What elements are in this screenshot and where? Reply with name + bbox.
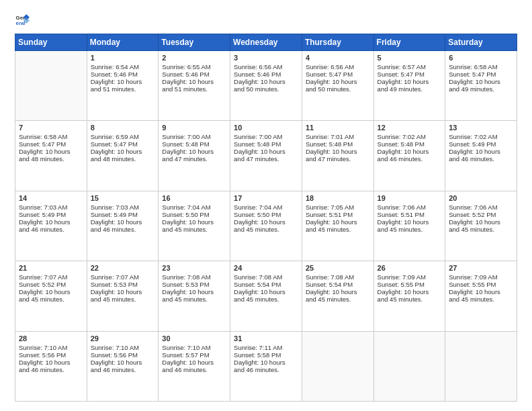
- day-info: Sunrise: 6:54 AM: [91, 63, 155, 71]
- day-info: Daylight: 10 hours: [162, 218, 226, 226]
- day-info: Daylight: 10 hours: [162, 359, 226, 366]
- day-info: Daylight: 10 hours: [234, 148, 298, 155]
- calendar-cell: 14Sunrise: 7:03 AMSunset: 5:49 PMDayligh…: [15, 191, 87, 261]
- day-info: Daylight: 10 hours: [234, 288, 298, 295]
- day-info: and 46 minutes.: [91, 366, 155, 373]
- calendar-week-row: 14Sunrise: 7:03 AMSunset: 5:49 PMDayligh…: [15, 191, 517, 261]
- day-info: Sunrise: 7:09 AM: [449, 273, 513, 281]
- day-info: Daylight: 10 hours: [449, 288, 513, 295]
- day-info: and 50 minutes.: [234, 85, 298, 93]
- day-info: Sunset: 5:53 PM: [91, 281, 155, 288]
- day-number: 5: [378, 54, 442, 62]
- day-info: Sunset: 5:48 PM: [378, 140, 442, 148]
- calendar-cell: 28Sunrise: 7:10 AMSunset: 5:56 PMDayligh…: [15, 331, 87, 401]
- calendar-cell: 10Sunrise: 7:00 AMSunset: 5:48 PMDayligh…: [230, 121, 302, 191]
- day-info: and 45 minutes.: [449, 295, 513, 303]
- day-info: Sunrise: 7:08 AM: [234, 273, 298, 281]
- day-info: and 51 minutes.: [162, 85, 226, 93]
- column-header-thursday: Thursday: [302, 34, 373, 51]
- day-info: Daylight: 10 hours: [306, 78, 370, 85]
- day-info: Sunset: 5:46 PM: [91, 71, 155, 78]
- day-info: Sunset: 5:52 PM: [449, 211, 513, 218]
- day-info: and 51 minutes.: [91, 85, 155, 93]
- day-number: 25: [306, 264, 370, 272]
- day-info: Daylight: 10 hours: [234, 78, 298, 85]
- day-info: Daylight: 10 hours: [449, 148, 513, 155]
- day-info: Sunrise: 6:59 AM: [91, 133, 155, 140]
- calendar-cell: 17Sunrise: 7:04 AMSunset: 5:50 PMDayligh…: [230, 191, 302, 261]
- day-info: Sunset: 5:55 PM: [449, 281, 513, 288]
- day-info: Sunset: 5:52 PM: [19, 281, 83, 288]
- calendar-cell: 7Sunrise: 6:58 AMSunset: 5:47 PMDaylight…: [15, 121, 87, 191]
- day-info: Daylight: 10 hours: [449, 78, 513, 85]
- calendar-cell: 31Sunrise: 7:11 AMSunset: 5:58 PMDayligh…: [230, 331, 302, 401]
- day-info: Sunrise: 7:04 AM: [162, 203, 226, 211]
- day-info: and 50 minutes.: [306, 85, 370, 93]
- day-info: Sunrise: 7:02 AM: [378, 133, 442, 140]
- calendar-cell: 9Sunrise: 7:00 AMSunset: 5:48 PMDaylight…: [159, 121, 230, 191]
- day-info: and 45 minutes.: [306, 226, 370, 233]
- day-info: Sunrise: 7:08 AM: [162, 273, 226, 281]
- day-info: Sunrise: 7:10 AM: [162, 344, 226, 351]
- day-number: 24: [234, 264, 298, 272]
- day-info: Daylight: 10 hours: [378, 218, 442, 226]
- day-info: Daylight: 10 hours: [91, 359, 155, 366]
- day-info: Daylight: 10 hours: [19, 218, 83, 226]
- calendar-cell: 8Sunrise: 6:59 AMSunset: 5:47 PMDaylight…: [87, 121, 159, 191]
- day-info: and 46 minutes.: [162, 366, 226, 373]
- day-info: Sunset: 5:54 PM: [234, 281, 298, 288]
- day-info: Daylight: 10 hours: [378, 288, 442, 295]
- calendar-cell: 12Sunrise: 7:02 AMSunset: 5:48 PMDayligh…: [373, 121, 445, 191]
- day-number: 12: [378, 124, 442, 132]
- column-header-sunday: Sunday: [15, 34, 87, 51]
- calendar-header-row: SundayMondayTuesdayWednesdayThursdayFrid…: [15, 34, 517, 51]
- day-number: 7: [19, 124, 83, 132]
- day-info: Sunset: 5:47 PM: [378, 71, 442, 78]
- day-info: and 47 minutes.: [162, 155, 226, 163]
- calendar-cell: [445, 331, 517, 401]
- day-info: Sunrise: 6:58 AM: [449, 63, 513, 71]
- day-number: 2: [162, 54, 226, 62]
- day-number: 22: [91, 264, 155, 272]
- day-number: 26: [378, 264, 442, 272]
- day-info: and 47 minutes.: [234, 155, 298, 163]
- day-number: 6: [449, 54, 513, 62]
- day-info: and 46 minutes.: [234, 366, 298, 373]
- day-info: Sunset: 5:48 PM: [234, 140, 298, 148]
- day-info: and 45 minutes.: [19, 295, 83, 303]
- day-info: and 45 minutes.: [91, 295, 155, 303]
- day-info: Daylight: 10 hours: [91, 288, 155, 295]
- day-number: 3: [234, 54, 298, 62]
- day-info: Daylight: 10 hours: [234, 218, 298, 226]
- day-number: 23: [162, 264, 226, 272]
- day-info: Sunset: 5:48 PM: [162, 140, 226, 148]
- day-info: Sunrise: 7:07 AM: [91, 273, 155, 281]
- day-number: 11: [306, 124, 370, 132]
- day-info: Daylight: 10 hours: [19, 148, 83, 155]
- day-info: Sunrise: 7:06 AM: [449, 203, 513, 211]
- calendar-cell: 13Sunrise: 7:02 AMSunset: 5:49 PMDayligh…: [445, 121, 517, 191]
- day-info: Sunset: 5:48 PM: [306, 140, 370, 148]
- day-info: and 48 minutes.: [19, 155, 83, 163]
- day-info: Sunset: 5:54 PM: [306, 281, 370, 288]
- calendar-cell: 25Sunrise: 7:08 AMSunset: 5:54 PMDayligh…: [302, 261, 373, 331]
- day-info: and 45 minutes.: [378, 295, 442, 303]
- day-info: and 46 minutes.: [19, 366, 83, 373]
- day-info: Sunset: 5:49 PM: [91, 211, 155, 218]
- calendar-cell: 15Sunrise: 7:03 AMSunset: 5:49 PMDayligh…: [87, 191, 159, 261]
- day-info: Daylight: 10 hours: [162, 78, 226, 85]
- calendar-cell: 2Sunrise: 6:55 AMSunset: 5:46 PMDaylight…: [159, 51, 230, 121]
- day-info: and 45 minutes.: [234, 226, 298, 233]
- day-info: and 46 minutes.: [378, 155, 442, 163]
- day-number: 27: [449, 264, 513, 272]
- day-info: Sunrise: 7:04 AM: [234, 203, 298, 211]
- calendar-cell: 4Sunrise: 6:56 AMSunset: 5:47 PMDaylight…: [302, 51, 373, 121]
- day-info: Sunrise: 6:58 AM: [19, 133, 83, 140]
- day-number: 1: [91, 54, 155, 62]
- calendar-cell: 11Sunrise: 7:01 AMSunset: 5:48 PMDayligh…: [302, 121, 373, 191]
- day-info: Daylight: 10 hours: [91, 218, 155, 226]
- day-info: and 48 minutes.: [91, 155, 155, 163]
- calendar-cell: [373, 331, 445, 401]
- logo: Gen eral: [15, 12, 32, 27]
- day-number: 28: [19, 334, 83, 342]
